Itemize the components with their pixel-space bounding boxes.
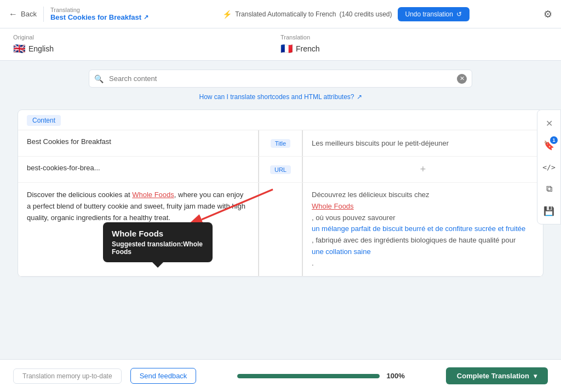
header-right: ⚙	[543, 8, 552, 20]
auto-translated-text: Translated Automatically to French	[235, 10, 336, 18]
original-language-col: Original 🇬🇧 English	[13, 34, 280, 55]
original-label: Original	[13, 34, 280, 41]
translating-info: Translating Best Cookies for Breakfast ↗	[50, 7, 148, 21]
original-title-text: Best Cookies for Breakfast	[27, 137, 111, 146]
post-title-link[interactable]: Best Cookies for Breakfast ↗	[50, 13, 148, 21]
code-button[interactable]: </>	[539, 157, 559, 177]
table-row: best-cookies-for-brea... URL +	[18, 157, 543, 183]
translation-language-col: Translation 🇫🇷 French	[280, 34, 548, 55]
content-badge: Content	[27, 115, 61, 126]
header-center: ⚡ Translated Automatically to French (14…	[222, 7, 470, 21]
progress-bar-background	[237, 374, 380, 378]
right-sidebar: ✕ 🔖 1 </> ⧉ 💾	[537, 109, 561, 224]
original-url-text: best-cookies-for-brea...	[27, 164, 100, 172]
content-header: Content	[18, 110, 543, 130]
progress-bar-fill	[237, 374, 380, 378]
translation-language: 🇫🇷 French	[280, 43, 548, 55]
translated-body-cell: Découvrez les délicieux biscuits chez Wh…	[303, 183, 543, 276]
english-flag: 🇬🇧	[13, 43, 25, 55]
progress-percentage: 100%	[386, 372, 404, 380]
divider	[43, 7, 44, 22]
content-table: Content Best Cookies for Breakfast Title…	[18, 109, 543, 277]
header: ← Back Translating Best Cookies for Brea…	[0, 0, 561, 28]
add-translation-icon[interactable]: +	[420, 164, 426, 175]
close-sidebar-button[interactable]: ✕	[539, 113, 559, 133]
back-button[interactable]: ← Back	[9, 9, 37, 19]
translated-title-text: Les meilleurs biscuits pour le petit-déj…	[312, 139, 449, 147]
back-label: Back	[21, 10, 37, 18]
url-badge: URL	[270, 165, 291, 174]
code-icon: </>	[542, 163, 555, 171]
translating-label: Translating	[50, 7, 148, 13]
back-arrow-icon: ←	[9, 9, 18, 19]
search-bar: 🔍 ✕	[89, 70, 472, 88]
undo-translation-button[interactable]: Undo translation ↺	[398, 7, 470, 21]
save-button[interactable]: 💾	[539, 201, 559, 221]
bolt-icon: ⚡	[222, 10, 232, 19]
bookmark-button[interactable]: 🔖 1	[539, 135, 559, 155]
blue-text-2: une collation saine	[312, 246, 371, 258]
original-body-cell: Discover the delicious cookies at Whole …	[18, 183, 259, 276]
type-cell-body	[259, 183, 303, 276]
blue-text-1: un mélange parfait de biscuit beurré et …	[312, 223, 525, 235]
type-cell-title: Title	[259, 130, 303, 156]
credits-text: (140 credits used)	[339, 10, 392, 18]
external-link-icon: ↗	[144, 14, 148, 21]
table-row: Best Cookies for Breakfast Title Les mei…	[18, 130, 543, 157]
footer: Translation memory up-to-date Send feedb…	[0, 359, 561, 392]
chevron-down-icon: ▾	[534, 372, 537, 380]
external-link-icon: ↗	[357, 93, 362, 101]
save-icon: 💾	[543, 206, 554, 216]
whole-foods-highlight-translated: Whole Foods	[312, 201, 354, 212]
copy-icon: ⧉	[546, 184, 552, 194]
whole-foods-highlight-original: Whole Foods	[132, 191, 174, 199]
copy-button[interactable]: ⧉	[539, 179, 559, 199]
type-cell-url: URL	[259, 157, 303, 182]
search-icon: 🔍	[94, 74, 104, 83]
table-row: Discover the delicious cookies at Whole …	[18, 183, 543, 276]
settings-button[interactable]: ⚙	[543, 8, 552, 20]
auto-translated-badge: ⚡ Translated Automatically to French (14…	[222, 10, 392, 19]
original-title-cell: Best Cookies for Breakfast	[18, 130, 259, 156]
search-input[interactable]	[89, 70, 472, 88]
progress-wrap: 100%	[205, 372, 437, 380]
send-feedback-button[interactable]: Send feedback	[130, 368, 197, 384]
shortcode-link[interactable]: How can I translate shortcodes and HTML …	[13, 93, 548, 101]
title-badge: Title	[271, 139, 290, 148]
original-url-cell: best-cookies-for-brea...	[18, 157, 259, 182]
complete-translation-button[interactable]: Complete Translation ▾	[446, 367, 548, 384]
main-content: 🔍 ✕ How can I translate shortcodes and H…	[0, 61, 561, 361]
original-language: 🇬🇧 English	[13, 43, 280, 55]
french-flag: 🇫🇷	[280, 43, 293, 55]
translation-label: Translation	[280, 34, 548, 41]
bookmark-badge: 1	[550, 136, 558, 144]
translated-title-cell: Les meilleurs biscuits pour le petit-déj…	[303, 130, 543, 156]
refresh-icon: ↺	[456, 10, 462, 18]
translated-url-cell: +	[303, 157, 543, 182]
clear-search-button[interactable]: ✕	[457, 74, 467, 84]
memory-badge: Translation memory up-to-date	[13, 368, 122, 384]
language-bar: Original 🇬🇧 English Translation 🇫🇷 Frenc…	[0, 28, 561, 61]
header-left: ← Back Translating Best Cookies for Brea…	[9, 7, 148, 22]
